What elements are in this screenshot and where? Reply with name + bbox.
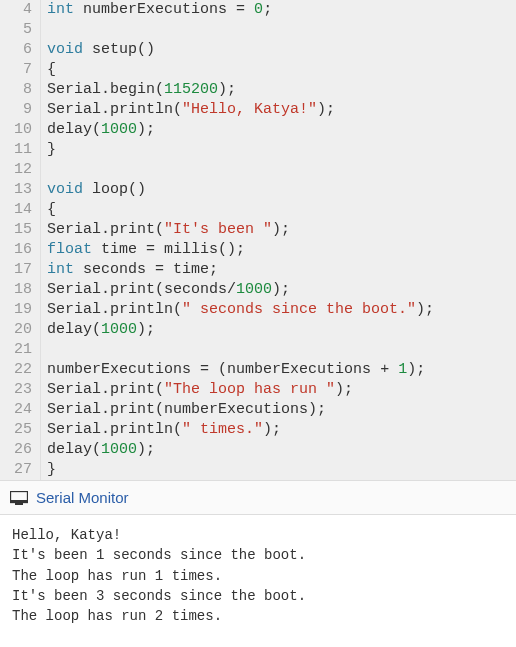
- svg-rect-2: [15, 503, 23, 505]
- code-line[interactable]: Serial.println(" seconds since the boot.…: [47, 300, 516, 320]
- code-line[interactable]: {: [47, 200, 516, 220]
- code-line[interactable]: Serial.println(" times.");: [47, 420, 516, 440]
- code-line[interactable]: delay(1000);: [47, 320, 516, 340]
- line-number: 26: [0, 440, 32, 460]
- line-number: 18: [0, 280, 32, 300]
- line-number: 20: [0, 320, 32, 340]
- code-line[interactable]: int numberExecutions = 0;: [47, 0, 516, 20]
- code-line[interactable]: [47, 160, 516, 180]
- serial-monitor-header[interactable]: Serial Monitor: [0, 481, 516, 515]
- line-number: 19: [0, 300, 32, 320]
- serial-monitor-output[interactable]: Hello, Katya! It's been 1 seconds since …: [0, 515, 516, 636]
- line-number: 24: [0, 400, 32, 420]
- line-number: 8: [0, 80, 32, 100]
- serial-monitor-icon: [10, 491, 28, 505]
- code-line[interactable]: delay(1000);: [47, 440, 516, 460]
- line-number: 12: [0, 160, 32, 180]
- code-line[interactable]: delay(1000);: [47, 120, 516, 140]
- code-line[interactable]: Serial.begin(115200);: [47, 80, 516, 100]
- code-line[interactable]: [47, 340, 516, 360]
- line-number: 7: [0, 60, 32, 80]
- code-area[interactable]: int numberExecutions = 0; void setup(){S…: [40, 0, 516, 480]
- line-number: 27: [0, 460, 32, 480]
- code-line[interactable]: }: [47, 140, 516, 160]
- code-line[interactable]: Serial.print("It's been ");: [47, 220, 516, 240]
- line-number: 25: [0, 420, 32, 440]
- line-number: 10: [0, 120, 32, 140]
- code-line[interactable]: [47, 20, 516, 40]
- line-number: 4: [0, 0, 32, 20]
- code-editor[interactable]: 4567891011121314151617181920212223242526…: [0, 0, 516, 481]
- line-number: 21: [0, 340, 32, 360]
- serial-monitor-title: Serial Monitor: [36, 489, 129, 506]
- line-number: 6: [0, 40, 32, 60]
- code-line[interactable]: Serial.println("Hello, Katya!");: [47, 100, 516, 120]
- code-line[interactable]: {: [47, 60, 516, 80]
- code-line[interactable]: }: [47, 460, 516, 480]
- line-number: 14: [0, 200, 32, 220]
- code-line[interactable]: int seconds = time;: [47, 260, 516, 280]
- code-line[interactable]: void setup(): [47, 40, 516, 60]
- code-line[interactable]: Serial.print(seconds/1000);: [47, 280, 516, 300]
- line-number: 15: [0, 220, 32, 240]
- line-number: 23: [0, 380, 32, 400]
- line-number: 16: [0, 240, 32, 260]
- code-line[interactable]: void loop(): [47, 180, 516, 200]
- line-number: 5: [0, 20, 32, 40]
- line-number-gutter: 4567891011121314151617181920212223242526…: [0, 0, 40, 480]
- code-line[interactable]: numberExecutions = (numberExecutions + 1…: [47, 360, 516, 380]
- line-number: 22: [0, 360, 32, 380]
- svg-rect-1: [11, 500, 28, 503]
- line-number: 17: [0, 260, 32, 280]
- line-number: 9: [0, 100, 32, 120]
- code-line[interactable]: Serial.print(numberExecutions);: [47, 400, 516, 420]
- line-number: 13: [0, 180, 32, 200]
- code-line[interactable]: float time = millis();: [47, 240, 516, 260]
- code-line[interactable]: Serial.print("The loop has run ");: [47, 380, 516, 400]
- line-number: 11: [0, 140, 32, 160]
